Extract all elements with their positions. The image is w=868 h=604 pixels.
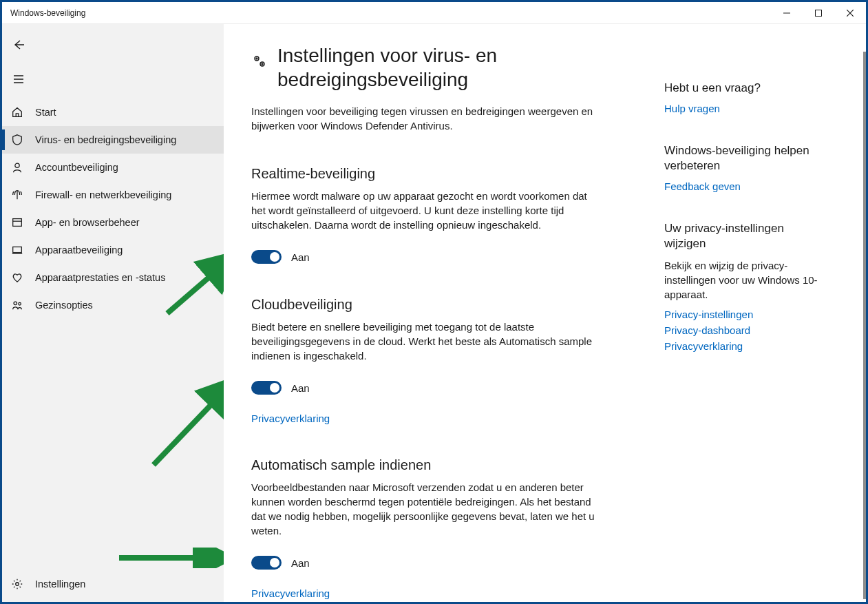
sidebar-item-label: Gezinsopties bbox=[35, 300, 93, 311]
sidebar-item-label: Firewall- en netwerkbeveiliging bbox=[35, 189, 171, 200]
right-pane: Hebt u een vraag? Hulp vragen Windows-be… bbox=[637, 24, 843, 602]
privacy-heading: Uw privacy-instellingen wijzigen bbox=[664, 221, 823, 251]
sidebar-item-firewall[interactable]: Firewall- en netwerkbeveiliging bbox=[2, 181, 224, 209]
privacy-settings-link[interactable]: Privacy-instellingen bbox=[664, 309, 823, 320]
app-browser-icon bbox=[10, 216, 24, 229]
sidebar-item-account[interactable]: Accountbeveiliging bbox=[2, 154, 224, 181]
content-pane: Instellingen voor virus- en bedreigingsb… bbox=[224, 24, 637, 602]
toggle-row: Aan bbox=[251, 381, 609, 395]
sidebar-item-start[interactable]: Start bbox=[2, 98, 224, 126]
sidebar-item-device-security[interactable]: Apparaatbeveiliging bbox=[2, 236, 224, 264]
privacy-link[interactable]: Privacyverklaring bbox=[251, 413, 609, 424]
toggle-auto-sample[interactable] bbox=[251, 556, 282, 570]
privacy-dashboard-link[interactable]: Privacy-dashboard bbox=[664, 324, 823, 336]
shield-icon bbox=[10, 134, 24, 146]
svg-rect-3 bbox=[13, 247, 22, 253]
sidebar-item-app-browser[interactable]: App- en browserbeheer bbox=[2, 209, 224, 236]
privacy-statement-link[interactable]: Privacyverklaring bbox=[664, 340, 823, 352]
page-description: Instellingen voor beveiliging tegen viru… bbox=[251, 104, 595, 133]
nav-list: Start Virus- en bedreigingsbeveiliging A… bbox=[2, 98, 224, 566]
feedback-section: Windows-beveiliging helpen verbeteren Fe… bbox=[664, 143, 823, 192]
sidebar-item-device-health[interactable]: Apparaatprestaties en -status bbox=[2, 264, 224, 291]
help-section: Hebt u een vraag? Hulp vragen bbox=[664, 81, 823, 114]
section-body: Voorbeeldbestanden naar Microsoft verzen… bbox=[251, 480, 595, 538]
sidebar-item-label: Apparaatprestaties en -status bbox=[35, 272, 165, 283]
close-button[interactable] bbox=[834, 2, 866, 23]
sidebar: Start Virus- en bedreigingsbeveiliging A… bbox=[2, 24, 224, 602]
window-title: Windows-beveiliging bbox=[10, 8, 85, 18]
sidebar-item-label: Virus- en bedreigingsbeveiliging bbox=[35, 134, 176, 145]
privacy-link[interactable]: Privacyverklaring bbox=[251, 587, 609, 599]
gear-icon bbox=[10, 578, 24, 590]
scrollbar[interactable] bbox=[863, 52, 866, 599]
section-auto-sample: Automatisch sample indienen Voorbeeldbes… bbox=[251, 457, 609, 599]
section-heading: Cloudbeveiliging bbox=[251, 297, 609, 313]
svg-point-6 bbox=[16, 583, 19, 586]
person-icon bbox=[10, 161, 24, 174]
section-body: Biedt betere en snellere beveiliging met… bbox=[251, 320, 595, 363]
toggle-row: Aan bbox=[251, 556, 609, 570]
svg-point-4 bbox=[14, 302, 17, 305]
toggle-realtime[interactable] bbox=[251, 250, 282, 264]
sidebar-item-virus-threat[interactable]: Virus- en bedreigingsbeveiliging bbox=[2, 126, 224, 154]
sidebar-item-label: Start bbox=[35, 107, 56, 118]
svg-point-10 bbox=[255, 56, 259, 61]
feedback-heading: Windows-beveiliging helpen verbeteren bbox=[664, 143, 823, 174]
toggle-cloud[interactable] bbox=[251, 381, 282, 395]
section-heading: Automatisch sample indienen bbox=[251, 457, 609, 473]
app-body: Start Virus- en bedreigingsbeveiliging A… bbox=[2, 24, 866, 602]
people-icon bbox=[10, 299, 24, 311]
settings-gears-icon bbox=[251, 43, 268, 72]
toggle-state-label: Aan bbox=[291, 251, 310, 263]
svg-point-13 bbox=[262, 63, 263, 65]
help-heading: Hebt u een vraag? bbox=[664, 81, 823, 96]
sidebar-item-settings[interactable]: Instellingen bbox=[2, 566, 224, 602]
maximize-button[interactable] bbox=[803, 2, 834, 23]
page-header: Instellingen voor virus- en bedreigingsb… bbox=[251, 43, 609, 92]
svg-point-5 bbox=[19, 302, 21, 305]
svg-rect-2 bbox=[13, 219, 22, 227]
section-heading: Realtime-beveiliging bbox=[251, 166, 609, 182]
device-icon bbox=[10, 244, 24, 256]
home-icon bbox=[10, 106, 24, 118]
svg-rect-0 bbox=[816, 10, 822, 16]
toggle-state-label: Aan bbox=[291, 557, 310, 569]
hamburger-menu-button[interactable] bbox=[2, 64, 35, 94]
sidebar-item-label: Apparaatbeveiliging bbox=[35, 244, 123, 256]
svg-point-12 bbox=[260, 62, 264, 66]
network-icon bbox=[10, 189, 24, 201]
section-realtime: Realtime-beveiliging Hiermee wordt malwa… bbox=[251, 166, 609, 264]
svg-point-11 bbox=[256, 58, 257, 59]
minimize-button[interactable] bbox=[771, 2, 803, 23]
sidebar-item-family[interactable]: Gezinsopties bbox=[2, 291, 224, 319]
page-title: Instellingen voor virus- en bedreigingsb… bbox=[277, 43, 609, 92]
privacy-body: Bekijk en wijzig de privacy-instellingen… bbox=[664, 258, 823, 302]
back-button[interactable] bbox=[2, 30, 35, 60]
main-area: Instellingen voor virus- en bedreigingsb… bbox=[224, 24, 866, 602]
section-cloud: Cloudbeveiliging Biedt betere en sneller… bbox=[251, 297, 609, 424]
toggle-row: Aan bbox=[251, 250, 609, 264]
toggle-state-label: Aan bbox=[291, 382, 310, 394]
feedback-link[interactable]: Feedback geven bbox=[664, 180, 823, 192]
sidebar-item-label: App- en browserbeheer bbox=[35, 217, 140, 228]
sidebar-item-label: Accountbeveiliging bbox=[35, 162, 118, 173]
privacy-section: Uw privacy-instellingen wijzigen Bekijk … bbox=[664, 221, 823, 352]
sidebar-settings-label: Instellingen bbox=[35, 579, 85, 590]
heart-icon bbox=[10, 271, 24, 284]
window-controls bbox=[771, 2, 866, 23]
section-body: Hiermee wordt malware op uw apparaat gez… bbox=[251, 189, 595, 232]
svg-point-1 bbox=[15, 163, 19, 167]
help-link[interactable]: Hulp vragen bbox=[664, 103, 823, 114]
titlebar: Windows-beveiliging bbox=[2, 2, 866, 24]
